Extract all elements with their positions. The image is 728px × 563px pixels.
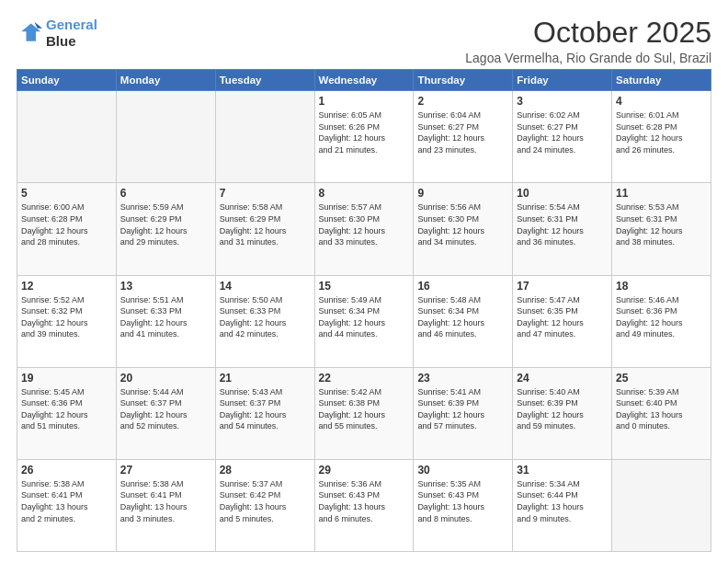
table-row: 1Sunrise: 6:05 AM Sunset: 6:26 PM Daylig… bbox=[314, 91, 414, 183]
table-row: 5Sunrise: 6:00 AM Sunset: 6:28 PM Daylig… bbox=[17, 183, 117, 275]
day-info: Sunrise: 5:53 AM Sunset: 6:31 PM Dayligh… bbox=[616, 201, 707, 247]
table-row: 9Sunrise: 5:56 AM Sunset: 6:30 PM Daylig… bbox=[414, 183, 513, 275]
day-info: Sunrise: 5:41 AM Sunset: 6:39 PM Dayligh… bbox=[417, 386, 508, 432]
table-row: 29Sunrise: 5:36 AM Sunset: 6:43 PM Dayli… bbox=[314, 459, 414, 551]
day-info: Sunrise: 5:34 AM Sunset: 6:44 PM Dayligh… bbox=[517, 478, 608, 524]
day-info: Sunrise: 5:44 AM Sunset: 6:37 PM Dayligh… bbox=[120, 386, 211, 432]
table-row: 24Sunrise: 5:40 AM Sunset: 6:39 PM Dayli… bbox=[513, 367, 612, 459]
table-row: 8Sunrise: 5:57 AM Sunset: 6:30 PM Daylig… bbox=[314, 183, 414, 275]
day-number: 31 bbox=[517, 464, 608, 477]
month-title: October 2025 bbox=[465, 17, 711, 49]
day-number: 25 bbox=[616, 372, 707, 385]
day-info: Sunrise: 5:38 AM Sunset: 6:41 PM Dayligh… bbox=[120, 478, 211, 524]
day-info: Sunrise: 5:47 AM Sunset: 6:35 PM Dayligh… bbox=[517, 294, 608, 340]
day-number: 28 bbox=[220, 464, 311, 477]
location-title: Lagoa Vermelha, Rio Grande do Sul, Brazi… bbox=[465, 51, 711, 65]
calendar-table: Sunday Monday Tuesday Wednesday Thursday… bbox=[17, 69, 711, 552]
day-info: Sunrise: 5:52 AM Sunset: 6:32 PM Dayligh… bbox=[21, 294, 112, 340]
table-row bbox=[612, 459, 711, 551]
logo-icon bbox=[17, 20, 42, 46]
day-number: 23 bbox=[417, 372, 508, 385]
table-row: 3Sunrise: 6:02 AM Sunset: 6:27 PM Daylig… bbox=[513, 91, 612, 183]
day-info: Sunrise: 5:36 AM Sunset: 6:43 PM Dayligh… bbox=[319, 478, 410, 524]
day-number: 30 bbox=[417, 464, 508, 477]
table-row: 10Sunrise: 5:54 AM Sunset: 6:31 PM Dayli… bbox=[513, 183, 612, 275]
table-row: 14Sunrise: 5:50 AM Sunset: 6:33 PM Dayli… bbox=[215, 275, 314, 367]
day-number: 18 bbox=[616, 280, 707, 293]
table-row: 11Sunrise: 5:53 AM Sunset: 6:31 PM Dayli… bbox=[612, 183, 711, 275]
day-number: 14 bbox=[220, 280, 311, 293]
day-number: 1 bbox=[319, 95, 410, 108]
day-info: Sunrise: 5:48 AM Sunset: 6:34 PM Dayligh… bbox=[417, 294, 508, 340]
logo: General Blue bbox=[17, 17, 97, 50]
day-number: 29 bbox=[319, 464, 410, 477]
day-number: 16 bbox=[417, 280, 508, 293]
day-number: 21 bbox=[220, 372, 311, 385]
logo-text: General Blue bbox=[46, 17, 97, 50]
day-number: 19 bbox=[21, 372, 112, 385]
table-row: 16Sunrise: 5:48 AM Sunset: 6:34 PM Dayli… bbox=[414, 275, 513, 367]
day-info: Sunrise: 5:40 AM Sunset: 6:39 PM Dayligh… bbox=[517, 386, 608, 432]
day-info: Sunrise: 5:35 AM Sunset: 6:43 PM Dayligh… bbox=[417, 478, 508, 524]
day-number: 5 bbox=[21, 187, 112, 200]
col-wednesday: Wednesday bbox=[314, 70, 414, 91]
day-number: 11 bbox=[616, 187, 707, 200]
table-row: 4Sunrise: 6:01 AM Sunset: 6:28 PM Daylig… bbox=[612, 91, 711, 183]
day-number: 26 bbox=[21, 464, 112, 477]
table-row: 26Sunrise: 5:38 AM Sunset: 6:41 PM Dayli… bbox=[17, 459, 117, 551]
col-friday: Friday bbox=[513, 70, 612, 91]
title-block: October 2025 Lagoa Vermelha, Rio Grande … bbox=[465, 17, 711, 65]
table-row: 15Sunrise: 5:49 AM Sunset: 6:34 PM Dayli… bbox=[314, 275, 414, 367]
col-sunday: Sunday bbox=[17, 70, 117, 91]
day-number: 17 bbox=[517, 280, 608, 293]
day-info: Sunrise: 5:38 AM Sunset: 6:41 PM Dayligh… bbox=[21, 478, 112, 524]
day-number: 2 bbox=[417, 95, 508, 108]
table-row: 2Sunrise: 6:04 AM Sunset: 6:27 PM Daylig… bbox=[414, 91, 513, 183]
day-info: Sunrise: 6:04 AM Sunset: 6:27 PM Dayligh… bbox=[417, 109, 508, 155]
day-number: 4 bbox=[616, 95, 707, 108]
table-row: 18Sunrise: 5:46 AM Sunset: 6:36 PM Dayli… bbox=[612, 275, 711, 367]
day-number: 7 bbox=[220, 187, 311, 200]
table-row: 30Sunrise: 5:35 AM Sunset: 6:43 PM Dayli… bbox=[414, 459, 513, 551]
col-saturday: Saturday bbox=[612, 70, 711, 91]
day-info: Sunrise: 5:39 AM Sunset: 6:40 PM Dayligh… bbox=[616, 386, 707, 432]
day-number: 13 bbox=[120, 280, 211, 293]
table-row: 20Sunrise: 5:44 AM Sunset: 6:37 PM Dayli… bbox=[116, 367, 215, 459]
day-info: Sunrise: 5:49 AM Sunset: 6:34 PM Dayligh… bbox=[319, 294, 410, 340]
table-row bbox=[17, 91, 117, 183]
table-row: 17Sunrise: 5:47 AM Sunset: 6:35 PM Dayli… bbox=[513, 275, 612, 367]
day-info: Sunrise: 5:51 AM Sunset: 6:33 PM Dayligh… bbox=[120, 294, 211, 340]
day-number: 12 bbox=[21, 280, 112, 293]
col-tuesday: Tuesday bbox=[215, 70, 314, 91]
header: General Blue October 2025 Lagoa Vermelha… bbox=[17, 17, 711, 65]
col-monday: Monday bbox=[116, 70, 215, 91]
day-info: Sunrise: 5:56 AM Sunset: 6:30 PM Dayligh… bbox=[417, 201, 508, 247]
table-row: 28Sunrise: 5:37 AM Sunset: 6:42 PM Dayli… bbox=[215, 459, 314, 551]
day-info: Sunrise: 5:54 AM Sunset: 6:31 PM Dayligh… bbox=[517, 201, 608, 247]
day-info: Sunrise: 5:50 AM Sunset: 6:33 PM Dayligh… bbox=[220, 294, 311, 340]
table-row: 7Sunrise: 5:58 AM Sunset: 6:29 PM Daylig… bbox=[215, 183, 314, 275]
day-number: 15 bbox=[319, 280, 410, 293]
day-number: 27 bbox=[120, 464, 211, 477]
day-info: Sunrise: 6:05 AM Sunset: 6:26 PM Dayligh… bbox=[319, 109, 410, 155]
table-row: 31Sunrise: 5:34 AM Sunset: 6:44 PM Dayli… bbox=[513, 459, 612, 551]
day-info: Sunrise: 5:42 AM Sunset: 6:38 PM Dayligh… bbox=[319, 386, 410, 432]
day-info: Sunrise: 5:45 AM Sunset: 6:36 PM Dayligh… bbox=[21, 386, 112, 432]
table-row: 13Sunrise: 5:51 AM Sunset: 6:33 PM Dayli… bbox=[116, 275, 215, 367]
day-number: 9 bbox=[417, 187, 508, 200]
day-info: Sunrise: 5:58 AM Sunset: 6:29 PM Dayligh… bbox=[220, 201, 311, 247]
day-number: 20 bbox=[120, 372, 211, 385]
table-row: 12Sunrise: 5:52 AM Sunset: 6:32 PM Dayli… bbox=[17, 275, 117, 367]
day-info: Sunrise: 6:01 AM Sunset: 6:28 PM Dayligh… bbox=[616, 109, 707, 155]
table-row bbox=[116, 91, 215, 183]
day-info: Sunrise: 5:37 AM Sunset: 6:42 PM Dayligh… bbox=[220, 478, 311, 524]
table-row: 6Sunrise: 5:59 AM Sunset: 6:29 PM Daylig… bbox=[116, 183, 215, 275]
day-info: Sunrise: 6:02 AM Sunset: 6:27 PM Dayligh… bbox=[517, 109, 608, 155]
day-number: 24 bbox=[517, 372, 608, 385]
day-info: Sunrise: 6:00 AM Sunset: 6:28 PM Dayligh… bbox=[21, 201, 112, 247]
day-info: Sunrise: 5:43 AM Sunset: 6:37 PM Dayligh… bbox=[220, 386, 311, 432]
table-row: 21Sunrise: 5:43 AM Sunset: 6:37 PM Dayli… bbox=[215, 367, 314, 459]
table-row: 27Sunrise: 5:38 AM Sunset: 6:41 PM Dayli… bbox=[116, 459, 215, 551]
table-row: 22Sunrise: 5:42 AM Sunset: 6:38 PM Dayli… bbox=[314, 367, 414, 459]
table-row bbox=[215, 91, 314, 183]
